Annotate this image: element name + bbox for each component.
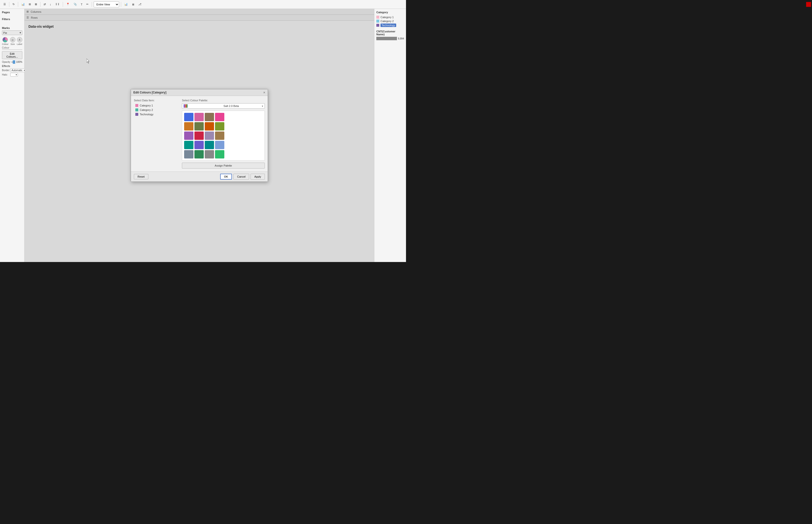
data-item-technology[interactable]: Technology xyxy=(134,112,178,116)
swap-button[interactable]: ⇄ xyxy=(42,2,47,6)
colour-cell-16[interactable] xyxy=(184,150,193,159)
edit-colours-modal: Edit Colours [Category] × Select Data It… xyxy=(131,89,268,182)
content-area: ⊞ Columns ☰ Rows Data-vis widget xyxy=(24,9,374,262)
colour-cell-17[interactable] xyxy=(194,150,204,159)
pin-button[interactable]: 📍 xyxy=(65,2,71,6)
opacity-thumb xyxy=(13,60,15,64)
cnt-bar-row: 9,994 xyxy=(376,37,404,40)
monitor-button[interactable]: 🖥 xyxy=(130,2,136,6)
colour-section-label: Colour xyxy=(2,46,22,50)
halo-dropdown[interactable]: ▾ xyxy=(10,73,18,77)
colour-cell-9[interactable] xyxy=(194,131,204,140)
table-button[interactable]: ⊞ xyxy=(27,2,32,6)
colour-cell-4[interactable] xyxy=(184,122,193,131)
modal-body: Select Data Item: Category 1 Category 2 xyxy=(131,96,268,171)
opacity-label: Opacity xyxy=(2,61,10,63)
data-item-category1[interactable]: Category 1 xyxy=(134,103,178,108)
label-mark-btn[interactable]: A Label xyxy=(17,37,22,45)
text-button[interactable]: T xyxy=(80,2,84,6)
colour-section: Colour Edit Colours... xyxy=(2,46,22,59)
size-icon: ◎ xyxy=(10,37,15,43)
colour-mark-btn[interactable]: Colour xyxy=(2,37,9,45)
right-sidebar: Category Category 1 Category 2 Technolog… xyxy=(374,9,406,262)
annotate-button[interactable]: ✏ xyxy=(85,2,90,6)
share-button[interactable]: ⎇ xyxy=(137,2,143,6)
border-row: Border: Automatic ▾ xyxy=(2,68,22,72)
opacity-row: Opacity 100% xyxy=(2,61,22,63)
label-icon: A xyxy=(17,37,22,43)
colour-cell-6[interactable] xyxy=(205,122,214,131)
size-mark-btn[interactable]: ◎ Size xyxy=(10,37,15,45)
colour-cell-19[interactable] xyxy=(215,150,224,159)
legend-item-technology: Technology xyxy=(376,23,404,27)
technology-label: Technology xyxy=(140,113,153,116)
colour-cell-2[interactable] xyxy=(205,113,214,121)
marks-type-dropdown[interactable]: Pie ▾ xyxy=(2,30,22,35)
cnt-value: 9,994 xyxy=(398,37,404,40)
refresh-button[interactable]: ↻ xyxy=(11,2,16,6)
legend-item-category1: Category 1 xyxy=(376,16,404,19)
colour-cell-7[interactable] xyxy=(215,122,224,131)
cnt-title: CNT(Customer Name) xyxy=(376,30,404,36)
technology-swatch xyxy=(135,113,138,116)
category1-swatch xyxy=(135,104,138,107)
ok-button[interactable]: OK xyxy=(220,174,232,180)
colour-cell-1[interactable] xyxy=(194,113,204,121)
palette-preview-swatch xyxy=(184,104,188,108)
palette-name: Salt 2.0 Beta xyxy=(224,104,262,108)
assign-palette-button[interactable]: Assign Palette xyxy=(182,163,265,168)
legend-swatch-category1 xyxy=(376,16,379,19)
view-dropdown[interactable]: Entire View xyxy=(94,1,119,7)
colour-cell-5[interactable] xyxy=(194,122,204,131)
cnt-section: CNT(Customer Name) 9,994 xyxy=(376,30,404,40)
effects-label: Effects xyxy=(2,65,22,67)
chart-button[interactable]: 📊 xyxy=(20,2,26,6)
colour-cell-18[interactable] xyxy=(205,150,214,159)
colour-cell-13[interactable] xyxy=(194,141,204,149)
palette-selector[interactable]: Salt 2.0 Beta ▾ xyxy=(182,103,265,109)
bar-chart-button[interactable]: 📊 xyxy=(123,2,129,6)
divider-6 xyxy=(121,2,121,7)
legend-swatch-technology xyxy=(376,24,379,27)
sort-desc-button[interactable]: ↧↧ xyxy=(54,2,61,6)
reset-button[interactable]: Reset xyxy=(134,174,148,179)
modal-left-panel: Select Data Item: Category 1 Category 2 xyxy=(134,99,178,168)
category2-swatch xyxy=(135,109,138,111)
colour-cell-12[interactable] xyxy=(184,141,193,149)
toolbar: ☰ ↻ 📊 ⊞ ⊠ ⇄ ↕ ↧↧ 📍 📎 T ✏ Entire View 📊 🖥… xyxy=(0,0,406,9)
pages-panel: Pages xyxy=(2,11,22,15)
colour-cell-15[interactable] xyxy=(215,141,224,149)
legend-label-category1: Category 1 xyxy=(380,16,394,19)
marks-title: Marks xyxy=(2,27,22,30)
legend-label-technology: Technology xyxy=(380,23,396,27)
halo-row: Halo: ▾ xyxy=(2,73,22,77)
data-item-category2[interactable]: Category 2 xyxy=(134,108,178,112)
opacity-slider[interactable] xyxy=(11,62,15,63)
modal-titlebar: Edit Colours [Category] × xyxy=(131,89,268,96)
sort-asc-button[interactable]: ↕ xyxy=(48,2,53,6)
apply-button[interactable]: Apply xyxy=(251,174,265,180)
cancel-button[interactable]: Cancel xyxy=(233,174,249,180)
view-dropdown-container: Entire View xyxy=(94,1,119,7)
colour-cell-8[interactable] xyxy=(184,131,193,140)
edit-colours-button[interactable]: Edit Colours... xyxy=(2,51,22,59)
halo-chevron-icon: ▾ xyxy=(16,73,17,76)
legend-swatch-category2 xyxy=(376,20,379,22)
colour-cell-3[interactable] xyxy=(215,113,224,121)
colour-grid xyxy=(182,111,265,161)
clip-button[interactable]: 📎 xyxy=(72,2,79,6)
modal-title: Edit Colours [Category] xyxy=(133,91,167,94)
colour-cell-0[interactable] xyxy=(184,113,193,121)
colour-cell-11[interactable] xyxy=(215,131,224,140)
marks-icons: Colour ◎ Size A Label xyxy=(2,37,22,45)
border-dropdown[interactable]: Automatic ▾ xyxy=(10,68,26,72)
pages-title: Pages xyxy=(2,11,22,14)
colour-cell-14[interactable] xyxy=(205,141,214,149)
modal-overlay: Edit Colours [Category] × Select Data It… xyxy=(24,9,374,262)
colour-cell-10[interactable] xyxy=(205,131,214,140)
crosshair-button[interactable]: ⊠ xyxy=(33,2,38,6)
menu-button[interactable]: ☰ xyxy=(2,2,7,6)
legend-label-category2: Category 2 xyxy=(380,20,394,22)
modal-footer-right: OK Cancel Apply xyxy=(220,174,265,180)
modal-close-button[interactable]: × xyxy=(263,91,265,94)
